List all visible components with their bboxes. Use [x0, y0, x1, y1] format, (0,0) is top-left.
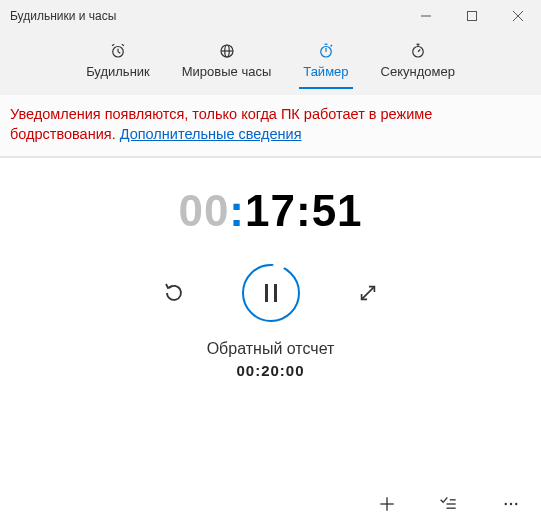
stopwatch-icon: [409, 42, 427, 60]
tab-worldclock[interactable]: Мировые часы: [178, 40, 276, 89]
worldclock-icon: [218, 42, 236, 60]
svg-rect-1: [468, 11, 477, 20]
window-title: Будильники и часы: [10, 9, 116, 23]
colon: :: [296, 186, 312, 235]
svg-line-7: [112, 44, 114, 46]
svg-point-30: [515, 503, 517, 505]
svg-point-29: [510, 503, 512, 505]
timer-seconds: 51: [312, 186, 363, 235]
timer-duration: 00:20:00: [236, 362, 304, 379]
tab-bar: Будильник Мировые часы Таймер Секундомер: [0, 32, 541, 95]
add-timer-button[interactable]: [371, 488, 403, 520]
tab-worldclock-label: Мировые часы: [182, 64, 272, 79]
expand-icon: [357, 282, 379, 304]
tab-stopwatch[interactable]: Секундомер: [377, 40, 459, 89]
close-icon: [513, 11, 523, 21]
maximize-button[interactable]: [449, 0, 495, 32]
svg-line-17: [418, 50, 420, 52]
svg-rect-20: [265, 284, 268, 302]
minimize-icon: [421, 11, 431, 21]
svg-rect-21: [274, 284, 277, 302]
svg-point-28: [505, 503, 507, 505]
timer-minutes: 17: [245, 186, 296, 235]
timer-icon: [317, 42, 335, 60]
timer-display: 00:17:51: [178, 186, 362, 236]
colon: :: [229, 186, 245, 235]
timer-panel: 00:17:51 Обратный отсчет 00:20:00: [0, 158, 541, 481]
notification-banner: Уведомления появляются, только когда ПК …: [0, 95, 541, 158]
reset-icon: [162, 281, 186, 305]
reset-button[interactable]: [154, 273, 194, 313]
tab-stopwatch-label: Секундомер: [381, 64, 455, 79]
svg-line-8: [122, 44, 124, 46]
svg-line-22: [361, 287, 374, 300]
more-button[interactable]: [495, 488, 527, 520]
command-bar: [0, 481, 541, 527]
alarm-icon: [109, 42, 127, 60]
expand-button[interactable]: [348, 273, 388, 313]
select-button[interactable]: [433, 488, 465, 520]
close-button[interactable]: [495, 0, 541, 32]
timer-name: Обратный отсчет: [207, 340, 335, 358]
select-list-icon: [439, 494, 459, 514]
tab-timer[interactable]: Таймер: [299, 40, 352, 89]
maximize-icon: [467, 11, 477, 21]
titlebar: Будильники и часы: [0, 0, 541, 32]
pause-icon: [263, 284, 279, 302]
tab-alarm-label: Будильник: [86, 64, 150, 79]
notification-link[interactable]: Дополнительные сведения: [120, 126, 302, 142]
svg-line-15: [330, 45, 332, 47]
timer-controls: [154, 264, 388, 322]
minimize-button[interactable]: [403, 0, 449, 32]
window-controls: [403, 0, 541, 32]
tab-alarm[interactable]: Будильник: [82, 40, 154, 89]
plus-icon: [377, 494, 397, 514]
timer-hours: 00: [178, 186, 229, 235]
pause-button[interactable]: [242, 264, 300, 322]
more-icon: [502, 495, 520, 513]
tab-timer-label: Таймер: [303, 64, 348, 79]
svg-line-6: [118, 52, 120, 54]
